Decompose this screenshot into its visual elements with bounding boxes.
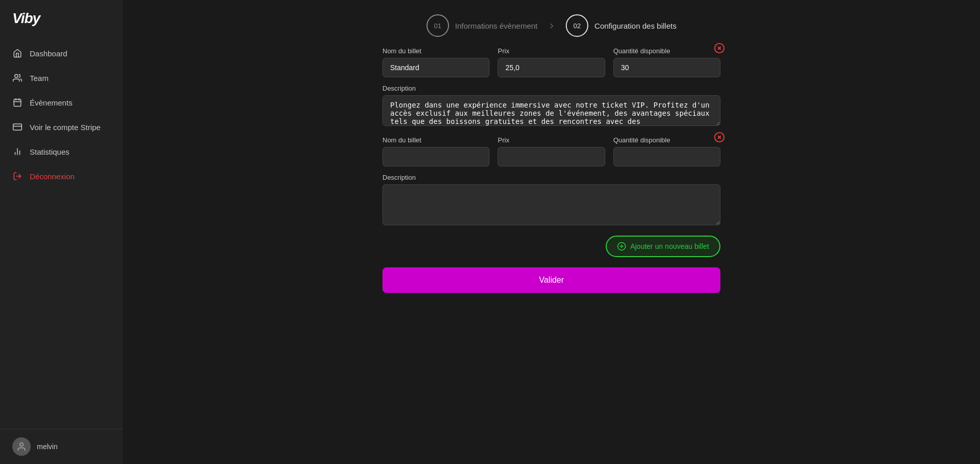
add-ticket-button[interactable]: Ajouter un nouveau billet (606, 236, 720, 257)
sidebar-item-label: Statistiques (30, 147, 70, 156)
ticket-2-description-label: Description (382, 174, 720, 181)
ticket-2-quantite-input[interactable] (613, 147, 720, 166)
step-1-circle: 01 (427, 14, 449, 37)
ticket-2-row: Nom du billet Prix Quantité disponible (382, 136, 720, 166)
step-2-circle: 02 (566, 14, 588, 37)
ticket-1-row: Nom du billet Prix Quantité disponible (382, 47, 720, 77)
svg-point-11 (20, 443, 24, 447)
sidebar: Viby Dashboard Team (0, 0, 123, 464)
ticket-1-description-input[interactable]: Plongez dans une expérience immersive av… (382, 95, 720, 126)
ticket-1-description-label: Description (382, 85, 720, 92)
ticket-1-prix-group: Prix (498, 47, 605, 77)
ticket-card-1: Nom du billet Prix Quantité disponible D… (382, 47, 720, 126)
main-content: 01 Informations évènement › 02 Configura… (123, 0, 980, 464)
step-1-label: Informations évènement (455, 22, 538, 30)
step-1: 01 Informations évènement (427, 14, 538, 37)
ticket-1-quantite-group: Quantité disponible (613, 47, 720, 77)
ticket-1-nom-group: Nom du billet (382, 47, 489, 77)
ticket-card-2: Nom du billet Prix Quantité disponible D… (382, 136, 720, 225)
ticket-1-quantite-label: Quantité disponible (613, 47, 720, 55)
ticket-2-nom-input[interactable] (382, 147, 489, 166)
ticket-1-nom-input[interactable] (382, 58, 489, 77)
sidebar-item-label: Voir le compte Stripe (30, 123, 100, 132)
sidebar-nav: Dashboard Team (0, 37, 123, 429)
add-ticket-label: Ajouter un nouveau billet (630, 242, 709, 250)
ticket-2-description-input[interactable] (382, 184, 720, 225)
users-icon (12, 73, 23, 83)
ticket-2-quantite-group: Quantité disponible (613, 136, 720, 166)
ticket-2-nom-group: Nom du billet (382, 136, 489, 166)
svg-point-0 (15, 74, 18, 77)
bar-chart-icon (12, 146, 23, 157)
step-2: 02 Configuration des billets (566, 14, 676, 37)
stepper: 01 Informations évènement › 02 Configura… (123, 0, 980, 47)
form-area: Nom du billet Prix Quantité disponible D… (372, 47, 731, 313)
sidebar-item-label: Évènements (30, 98, 72, 107)
step-2-label: Configuration des billets (594, 22, 676, 30)
ticket-1-description-group: Description Plongez dans une expérience … (382, 85, 720, 126)
step-arrow: › (550, 19, 553, 32)
home-icon (12, 48, 23, 58)
svg-rect-5 (13, 124, 22, 130)
validate-button[interactable]: Valider (382, 267, 720, 293)
ticket-2-prix-group: Prix (498, 136, 605, 166)
ticket-2-quantite-label: Quantité disponible (613, 136, 720, 144)
sidebar-footer: melvin (0, 429, 123, 464)
sidebar-item-label: Déconnexion (30, 172, 75, 181)
avatar (12, 437, 31, 456)
sidebar-item-label: Team (30, 74, 49, 82)
logout-icon (12, 171, 23, 181)
ticket-2-prix-label: Prix (498, 136, 605, 144)
ticket-2-nom-label: Nom du billet (382, 136, 489, 144)
sidebar-item-events[interactable]: Évènements (0, 90, 123, 115)
ticket-1-quantite-input[interactable] (613, 58, 720, 77)
ticket-1-prix-input[interactable] (498, 58, 605, 77)
sidebar-item-stripe[interactable]: Voir le compte Stripe (0, 115, 123, 139)
ticket-1-nom-label: Nom du billet (382, 47, 489, 55)
sidebar-item-label: Dashboard (30, 49, 67, 58)
add-button-row: Ajouter un nouveau billet (382, 236, 720, 257)
ticket-2-prix-input[interactable] (498, 147, 605, 166)
sidebar-item-stats[interactable]: Statistiques (0, 139, 123, 164)
credit-card-icon (12, 122, 23, 132)
sidebar-item-dashboard[interactable]: Dashboard (0, 41, 123, 66)
ticket-1-prix-label: Prix (498, 47, 605, 55)
plus-circle-icon (617, 242, 626, 251)
ticket-2-description-group: Description (382, 174, 720, 225)
sidebar-item-logout[interactable]: Déconnexion (0, 164, 123, 188)
calendar-icon (12, 97, 23, 108)
ticket-1-close-button[interactable] (713, 42, 726, 54)
svg-rect-1 (14, 99, 21, 107)
ticket-2-close-button[interactable] (713, 131, 726, 143)
footer-username: melvin (37, 442, 57, 451)
sidebar-item-team[interactable]: Team (0, 66, 123, 90)
app-logo: Viby (0, 0, 123, 37)
